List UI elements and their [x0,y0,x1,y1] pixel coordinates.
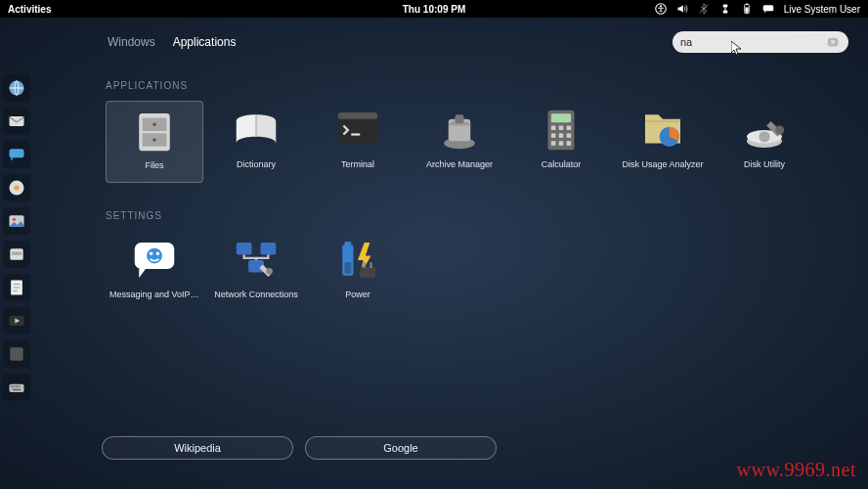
setting-power[interactable]: Power [309,231,407,313]
svg-rect-64 [237,243,252,254]
clock[interactable]: Thu 10:09 PM [403,4,465,15]
svg-rect-53 [559,141,564,146]
tab-applications[interactable]: Applications [173,35,237,49]
svg-rect-3 [722,5,727,8]
svg-rect-65 [261,243,277,254]
dock-item-documents[interactable] [3,274,30,301]
network-icon[interactable] [719,3,731,15]
tab-windows[interactable]: Windows [108,35,155,49]
bluetooth-icon[interactable] [698,3,710,15]
search-input[interactable] [680,36,827,48]
applications-section-label: APPLICATIONS [106,80,839,91]
user-menu[interactable]: Live System User [784,4,860,15]
top-bar: Activities Thu 10:09 PM Live System User [0,0,868,18]
disk-usage-icon [636,107,689,154]
provider-google[interactable]: Google [305,436,497,460]
search-providers: Wikipedia Google [102,436,497,460]
app-label: Disk Utility [744,159,785,169]
svg-rect-27 [11,385,13,387]
setting-network[interactable]: Network Connections [207,231,305,313]
app-label: Archive Manager [426,159,493,169]
svg-rect-25 [10,347,22,360]
files-icon [128,108,181,155]
app-dictionary[interactable]: Dictionary [207,101,305,183]
svg-rect-11 [10,116,24,126]
svg-rect-18 [12,252,22,255]
app-label: Dictionary [237,159,276,169]
dock-item-files[interactable] [3,241,30,268]
svg-point-67 [266,268,273,275]
svg-rect-54 [567,141,572,146]
svg-point-62 [150,252,152,255]
dock-item-web[interactable] [3,74,30,102]
svg-point-58 [759,131,769,142]
svg-rect-51 [567,133,572,138]
dock-item-keyboard[interactable] [3,374,30,401]
svg-rect-70 [345,262,352,273]
dock-item-mail[interactable] [3,108,30,135]
view-tabs: Windows Applications [108,35,236,49]
status-tray: Live System User [655,3,860,15]
svg-rect-43 [456,114,464,123]
app-label: Disk Usage Analyzer [622,159,703,169]
messaging-icon [128,237,181,284]
disk-utility-icon [738,107,791,154]
app-label: Files [145,160,163,170]
svg-point-59 [775,126,784,135]
search-field[interactable] [673,31,848,53]
clear-search-icon[interactable] [827,35,841,49]
app-files[interactable]: Files [106,101,203,183]
activities-button[interactable]: Activities [8,4,51,15]
dock-item-music[interactable] [3,174,30,201]
svg-rect-50 [559,133,564,138]
svg-rect-30 [19,385,21,387]
archive-manager-icon [433,107,486,154]
app-calculator[interactable]: Calculator [512,101,610,183]
svg-rect-73 [369,262,371,268]
svg-rect-72 [364,262,366,268]
app-label: Terminal [341,159,374,169]
svg-rect-8 [745,8,748,13]
network-connections-icon [230,237,282,284]
svg-point-14 [15,186,20,191]
svg-rect-9 [762,5,773,11]
view-switcher-row: Windows Applications [108,31,848,53]
svg-rect-48 [567,126,572,131]
svg-rect-47 [559,126,564,131]
svg-rect-39 [338,112,378,119]
setting-messaging[interactable]: Messaging and VoIP A… [106,231,203,313]
svg-point-1 [660,5,662,7]
svg-rect-49 [551,133,556,138]
app-terminal[interactable]: Terminal [309,101,407,183]
svg-rect-12 [10,149,24,157]
dock-item-system[interactable] [3,340,30,368]
dock [0,68,33,407]
dock-item-videos[interactable] [3,307,30,334]
svg-rect-4 [722,11,727,14]
accessibility-icon[interactable] [655,3,667,15]
battery-icon[interactable] [741,3,753,15]
setting-label: Messaging and VoIP A… [109,289,199,299]
overview-content: APPLICATIONS Files Dictionary Terminal A… [106,80,839,340]
svg-rect-52 [551,141,556,146]
app-disk-utility[interactable]: Disk Utility [716,101,813,183]
setting-label: Network Connections [214,289,298,299]
settings-grid: Messaging and VoIP A… Network Connection… [106,231,839,313]
app-label: Calculator [542,159,582,169]
provider-wikipedia[interactable]: Wikipedia [102,436,293,460]
volume-icon[interactable] [676,3,688,15]
dock-item-chat[interactable] [3,141,30,168]
calculator-icon [535,107,587,154]
svg-rect-7 [746,3,748,4]
power-icon [331,237,384,284]
dictionary-icon [230,107,282,154]
svg-rect-46 [551,126,556,131]
svg-rect-71 [360,267,375,278]
svg-point-16 [13,218,16,221]
chat-icon [762,3,774,15]
app-disk-usage-analyzer[interactable]: Disk Usage Analyzer [614,101,712,183]
app-archive-manager[interactable]: Archive Manager [411,101,508,183]
dock-item-photos[interactable] [3,207,30,235]
svg-rect-31 [13,389,21,391]
terminal-icon [331,107,384,154]
